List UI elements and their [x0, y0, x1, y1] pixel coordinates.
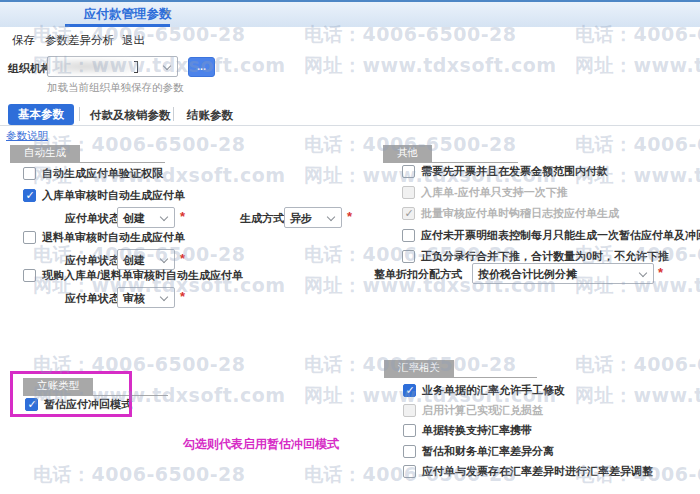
checkbox[interactable]: [402, 250, 415, 263]
inbound-status-select[interactable]: 创建: [117, 207, 175, 228]
chevron-down-icon: [160, 293, 168, 301]
checkbox-label: 业务单据的汇率允许手工修改: [422, 384, 565, 397]
checkbox[interactable]: [403, 445, 416, 458]
tabstrip-divider: [0, 125, 700, 126]
select-value: 异步: [290, 211, 312, 226]
checkbox-row-realized-gain-loss[interactable]: 启用计算已实现汇兑损益: [403, 404, 543, 417]
checkbox-row-inbound-auto[interactable]: 入库单审核时自动生成应付单: [23, 189, 185, 202]
tab-separator: [79, 107, 80, 121]
watermark-phone-text: 电话：4006-6500-28: [33, 462, 245, 488]
checkbox-row-monthly-estimate-limit[interactable]: 应付未开票明细表控制每月只能生成一次暂估应付单及冲回单: [402, 229, 700, 242]
checkbox-row-manual-rate-edit[interactable]: 业务单据的汇率允许手工修改: [403, 384, 565, 397]
org-label: 组织机构: [8, 61, 52, 76]
chevron-down-icon: [160, 255, 168, 263]
checkbox-label: 批量审核应付单时钩稽日志按应付单生成: [421, 207, 619, 220]
chevron-down-icon: [327, 213, 335, 221]
discount-label: 整单折扣分配方式: [374, 267, 462, 282]
document-tab[interactable]: 应付款管理参数: [84, 6, 172, 23]
checkbox-label: 入库单-应付单只支持一次下推: [421, 186, 568, 199]
watermark-site-text: 网址：www.tdxsoft.com: [304, 53, 557, 79]
tab-payment-params[interactable]: 付款及核销参数: [90, 108, 171, 123]
genmode-label: 生成方式: [240, 211, 284, 226]
chevron-down-icon: [639, 269, 647, 277]
checkbox-label: 退料单审核时自动生成应付单: [42, 231, 185, 244]
checkbox-label: 暂估应付冲回模式: [44, 398, 132, 411]
checkbox[interactable]: [403, 465, 416, 478]
checkbox-row-single-pushdown[interactable]: 入库单-应付单只支持一次下推: [402, 186, 568, 199]
status-label: 应付单状态: [65, 253, 120, 268]
params-description-link[interactable]: 参数说明: [6, 129, 48, 143]
checkbox[interactable]: [403, 384, 416, 397]
section-title: 其他: [383, 145, 432, 162]
section-title: 汇率相关: [384, 360, 454, 377]
status-label: 应付单状态: [65, 291, 120, 306]
checkbox-row-rate-carryover[interactable]: 单据转换支持汇率携带: [403, 424, 532, 437]
section-title: 立账类型: [23, 378, 93, 395]
watermark-site-text: 网址：www.tdxsoft.com: [575, 53, 700, 79]
checkbox[interactable]: [403, 404, 416, 417]
tab-closing-params[interactable]: 结账参数: [187, 108, 233, 123]
required-asterisk: *: [180, 289, 185, 304]
chevron-down-icon: [160, 213, 168, 221]
active-tab-underline: [65, 24, 170, 27]
section-header-account-type: 立账类型: [23, 375, 168, 396]
save-button[interactable]: 保存: [12, 33, 35, 48]
select-value: 创建: [123, 211, 145, 226]
checkbox-row-merge-pushdown[interactable]: 正负分录行合并下推，合计数量为0时，不允许下推: [402, 250, 669, 263]
checkbox[interactable]: [402, 229, 415, 242]
checkbox-row-batch-audit-log[interactable]: 批量审核应付单时钩稽日志按应付单生成: [402, 207, 619, 220]
menubar: 保存 参数差异分析 退出: [0, 27, 700, 53]
checkbox[interactable]: [23, 167, 36, 180]
org-browse-button[interactable]: ...: [188, 57, 215, 77]
discount-select[interactable]: 按价税合计比例分摊: [472, 263, 654, 284]
return-status-select[interactable]: 创建: [117, 249, 175, 270]
checkbox-row-estimate-reversal[interactable]: 暂估应付冲回模式: [25, 398, 132, 411]
section-header-auto-generate: 自动生成: [10, 142, 165, 163]
checkbox[interactable]: [25, 398, 38, 411]
checkbox-label: 需要先开票并且在发票金额范围内付款: [421, 165, 608, 178]
checkbox[interactable]: [402, 186, 415, 199]
checkbox-row-gen-permission[interactable]: 自动生成应付单验证权限: [23, 167, 163, 180]
checkbox-label: 单据转换支持汇率携带: [422, 424, 532, 437]
checkbox-label: 启用计算已实现汇兑损益: [422, 404, 543, 417]
cash-status-select[interactable]: 审核: [117, 287, 175, 308]
checkbox[interactable]: [402, 165, 415, 178]
checkbox-label: 现购入库单/退料单审核时自动生成应付单: [42, 269, 243, 282]
chevron-down-icon: [163, 62, 171, 70]
diff-analysis-button[interactable]: 参数差异分析: [45, 33, 114, 48]
checkbox-label: 应付单与发票存在汇率差异时进行汇率差异调整: [422, 465, 653, 478]
checkbox[interactable]: [23, 269, 36, 282]
select-value: 审核: [123, 291, 145, 306]
required-asterisk: *: [180, 251, 185, 266]
checkbox-label: 正负分录行合并下推，合计数量为0时，不允许下推: [421, 250, 669, 263]
required-asterisk: *: [658, 265, 663, 280]
section-title: 自动生成: [10, 145, 80, 162]
close-tab-icon[interactable]: ×: [164, 5, 172, 20]
checkbox-row-cash-auto[interactable]: 现购入库单/退料单审核时自动生成应付单: [23, 269, 243, 282]
org-combobox[interactable]: [47, 56, 178, 77]
checkbox-row-return-auto[interactable]: 退料单审核时自动生成应付单: [23, 231, 185, 244]
genmode-select[interactable]: 异步: [284, 207, 342, 228]
checkbox-row-rate-diff-adjust[interactable]: 应付单与发票存在汇率差异时进行汇率差异调整: [403, 465, 653, 478]
checkbox-label: 入库单审核时自动生成应付单: [42, 189, 185, 202]
required-asterisk: *: [180, 209, 185, 224]
checkbox-label: 暂估和财务单汇率差异分离: [422, 445, 554, 458]
watermark-phone-text: 电话：4006-6500-28: [575, 132, 700, 158]
exit-button[interactable]: 退出: [122, 33, 145, 48]
select-value: 按价税合计比例分摊: [478, 267, 577, 282]
tab-separator: [173, 107, 174, 121]
checkbox-label: 应付未开票明细表控制每月只能生成一次暂估应付单及冲回单: [421, 229, 700, 242]
org-hint-text: 加载当前组织单独保存的参数: [47, 81, 184, 95]
watermark-phone-text: 电话：4006-6500-28: [575, 352, 700, 378]
checkbox-row-invoice-first[interactable]: 需要先开票并且在发票金额范围内付款: [402, 165, 608, 178]
checkbox-label: 自动生成应付单验证权限: [42, 167, 163, 180]
checkbox[interactable]: [23, 189, 36, 202]
tab-basic-params[interactable]: 基本参数: [8, 104, 74, 125]
checkbox[interactable]: [23, 231, 36, 244]
status-label: 应付单状态: [65, 211, 120, 226]
checkbox[interactable]: [402, 207, 415, 220]
checkbox-row-rate-diff-separate[interactable]: 暂估和财务单汇率差异分离: [403, 445, 554, 458]
section-header-other: 其他: [383, 142, 518, 163]
checkbox[interactable]: [403, 424, 416, 437]
app-window: 应付款管理参数 × 保存 参数差异分析 退出 组织机构 ... 加载当前组织单独…: [0, 0, 700, 494]
